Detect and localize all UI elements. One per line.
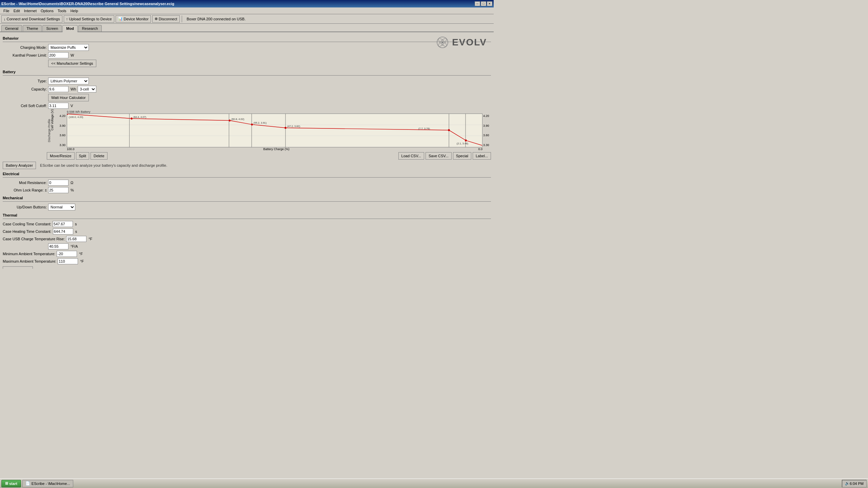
case-analyzer-info: EScribe can be used to analyze your case… <box>37 268 141 269</box>
move-resize-button[interactable]: Move/Resize <box>47 152 75 160</box>
ohm-lock-input[interactable] <box>48 187 68 193</box>
mod-resistance-input[interactable] <box>48 180 68 186</box>
case-heating-unit: s <box>75 229 77 233</box>
connect-icon: ↓ <box>4 17 6 21</box>
x-axis-start: 100.0 <box>67 147 75 151</box>
menu-tools[interactable]: Tools <box>56 8 68 14</box>
special-button[interactable]: Special <box>453 152 471 160</box>
battery-analyzer-button[interactable]: Battery Analyzer <box>3 162 36 169</box>
upload-settings-label: Upload Settings to Device <box>69 17 112 21</box>
menu-edit[interactable]: Edit <box>12 8 22 14</box>
case-cooling-row: Case Cooling Time Constant: s <box>3 221 491 227</box>
battery-type-label: Type: <box>3 79 47 83</box>
case-heating-label: Case Heating Time Constant: <box>3 229 52 233</box>
load-csv-button[interactable]: Load CSV... <box>398 152 424 160</box>
thermal-section-label: Thermal <box>3 213 491 217</box>
disconnect-button[interactable]: ⊗ Disconnect <box>152 15 179 23</box>
maximize-button[interactable]: □ <box>481 1 486 6</box>
battery-analyzer-row: Battery Analyzer EScribe can be used to … <box>3 162 491 169</box>
svg-point-24 <box>448 129 450 131</box>
y-low-label: 3.60 <box>59 134 65 137</box>
chart-buttons-left: Move/Resize Split Delete <box>47 152 107 160</box>
svg-point-26 <box>465 139 467 141</box>
updown-buttons-row: Up/Down Buttons: Normal <box>3 204 491 210</box>
menu-internet[interactable]: Internet <box>22 8 39 14</box>
y-mid-label: 3.90 <box>59 124 65 127</box>
svg-text:(100.0, 4.20): (100.0, 4.20) <box>69 116 83 119</box>
close-button[interactable]: ✕ <box>487 1 492 6</box>
behavior-divider <box>3 42 491 42</box>
thermal-divider <box>3 219 491 219</box>
tab-mod[interactable]: Mod <box>62 25 78 32</box>
minimize-button[interactable]: ─ <box>475 1 480 6</box>
case-cooling-input[interactable] <box>53 221 73 227</box>
battery-section-label: Battery <box>3 70 491 74</box>
battery-analyzer-info: EScribe can be used to analyze your batt… <box>40 163 167 167</box>
chart-buttons-row: Move/Resize Split Delete Load CSV... Sav… <box>47 152 491 160</box>
main-content: EVOLV Behavior Charging Mode: Maximize P… <box>0 32 494 269</box>
battery-capacity-label: Capacity: <box>3 87 47 91</box>
max-ambient-input[interactable] <box>58 258 78 264</box>
save-csv-button[interactable]: Save CSV... <box>426 152 452 160</box>
window-title: EScribe - \Mac\Home\Documents\BOXER-DNA2… <box>1 2 174 6</box>
chart-buttons-right: Load CSV... Save CSV... Special Label... <box>398 152 491 160</box>
split-button[interactable]: Split <box>76 152 89 160</box>
tab-theme[interactable]: Theme <box>23 25 42 32</box>
upload-icon: ↑ <box>66 17 68 21</box>
mod-resistance-unit: Ω <box>71 181 73 185</box>
cell-config-select[interactable]: 3-cell <box>78 86 96 93</box>
label-button[interactable]: Label... <box>473 152 491 160</box>
charging-mode-label: Charging Mode: <box>3 45 47 49</box>
battery-capacity-unit: Wh <box>71 87 76 91</box>
y-axis-label-container: Cell Voltage (V) <box>51 109 54 130</box>
case-heating-input[interactable] <box>53 228 73 235</box>
min-ambient-input[interactable] <box>57 251 77 257</box>
case-usb-input[interactable] <box>66 236 86 242</box>
case-usb-rate-row: °F/A <box>3 243 491 249</box>
updown-buttons-select[interactable]: Normal <box>48 204 75 210</box>
kanthal-power-input[interactable] <box>48 52 68 58</box>
toolbar: ↓ Connect and Download Settings ↑ Upload… <box>0 14 494 24</box>
case-heating-row: Case Heating Time Constant: s <box>3 228 491 235</box>
case-usb-rate-input[interactable] <box>48 243 68 249</box>
evolv-logo-icon <box>436 36 449 49</box>
min-ambient-unit: °F <box>79 252 83 256</box>
ohm-lock-unit: % <box>71 188 74 192</box>
battery-capacity-input[interactable] <box>48 86 68 92</box>
tab-general[interactable]: General <box>1 25 22 32</box>
svg-text:(60.8, 4.02): (60.8, 4.02) <box>231 118 244 121</box>
menu-options[interactable]: Options <box>39 8 56 14</box>
tab-research[interactable]: Research <box>78 25 102 32</box>
cell-soft-cutoff-input[interactable] <box>48 103 68 109</box>
mod-resistance-row: Mod Resistance: Ω <box>3 180 491 186</box>
max-ambient-unit: °F <box>80 259 84 263</box>
y-axis: Cell Voltage (V) 4.20 3.90 3.60 3.30 <box>52 114 67 147</box>
disconnect-label: Disconnect <box>159 17 177 21</box>
electrical-divider <box>3 177 491 178</box>
battery-type-row: Type: Lithium Polymer <box>3 78 491 84</box>
upload-settings-button[interactable]: ↑ Upload Settings to Device <box>64 15 114 23</box>
case-analyzer-button[interactable]: Case Analyzer <box>3 266 33 269</box>
case-usb-row: Case USB Charge Temperature Rise: °F <box>3 236 491 242</box>
menu-file[interactable]: File <box>1 8 12 14</box>
battery-type-select[interactable]: Lithium Polymer <box>48 78 89 84</box>
connect-download-button[interactable]: ↓ Connect and Download Settings <box>1 15 62 23</box>
min-ambient-label: Minimum Ambient Temperature: <box>3 252 55 256</box>
connect-download-label: Connect and Download Settings <box>7 17 60 21</box>
max-ambient-label: Maximum Ambient Temperature: <box>3 259 56 263</box>
svg-text:(55.2, 3.91): (55.2, 3.91) <box>254 121 267 124</box>
monitor-icon: 📊 <box>118 17 123 21</box>
electrical-section-label: Electrical <box>3 172 491 176</box>
max-ambient-row: Maximum Ambient Temperature: °F <box>3 258 491 264</box>
charging-mode-row: Charging Mode: Maximize Puffs <box>3 44 491 51</box>
charging-mode-select[interactable]: Maximize Puffs <box>48 44 89 51</box>
menu-help[interactable]: Help <box>68 8 80 14</box>
cell-soft-cutoff-row: Cell Soft Cutoff: V <box>3 103 491 109</box>
svg-point-16 <box>131 118 133 120</box>
delete-button[interactable]: Delete <box>91 152 107 160</box>
manufacturer-settings-button[interactable]: << Manufacturer Settings <box>48 60 96 67</box>
tab-screen[interactable]: Screen <box>42 25 62 32</box>
y-axis-right: 4.20 3.90 3.60 3.30 <box>482 114 491 147</box>
device-monitor-button[interactable]: 📊 Device Monitor <box>116 15 151 23</box>
watt-hour-calc-button[interactable]: Watt Hour Calculator <box>48 94 89 101</box>
